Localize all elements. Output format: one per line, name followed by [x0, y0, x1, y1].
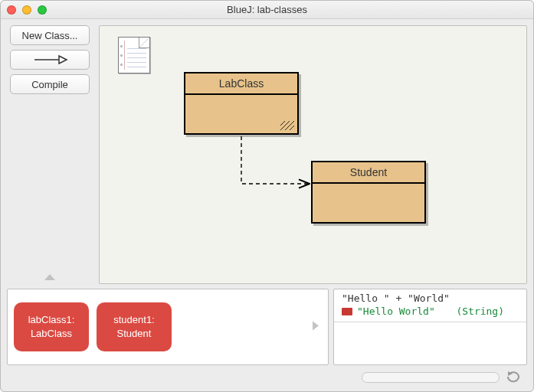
resize-handle-icon[interactable] [280, 121, 294, 130]
titlebar: BlueJ: lab-classes [1, 1, 533, 19]
readme-page-icon[interactable] [118, 37, 150, 74]
object-result-icon[interactable] [342, 308, 352, 315]
window-body: New Class... Compile [1, 19, 533, 391]
codepad-result-type: (String) [456, 305, 504, 317]
svg-marker-3 [313, 322, 319, 331]
codepad: "Hello " + "World" "Hello World" (String… [333, 289, 527, 365]
lower-pane: labClass1: LabClass student1: Student "H… [7, 289, 527, 365]
codepad-history-line[interactable]: "Hello " + "World" [334, 289, 526, 305]
codepad-input[interactable] [334, 325, 526, 364]
class-diagram-canvas[interactable]: LabClass Student [99, 25, 527, 284]
compile-button[interactable]: Compile [10, 74, 90, 94]
collapse-sidebar-icon[interactable] [43, 272, 57, 284]
object-instance-name: labClass1: [28, 313, 75, 327]
svg-marker-2 [44, 274, 55, 280]
svg-marker-1 [59, 56, 67, 64]
repeat-icon[interactable] [506, 371, 523, 385]
class-box-student[interactable]: Student [311, 161, 426, 224]
upper-pane: New Class... Compile [7, 25, 527, 284]
uses-arrow [100, 26, 526, 283]
close-window-button[interactable] [7, 5, 16, 15]
bench-scroll-right-icon[interactable] [311, 320, 320, 335]
minimize-window-button[interactable] [22, 5, 31, 15]
zoom-window-button[interactable] [38, 5, 47, 15]
codepad-divider [334, 322, 526, 322]
codepad-result-line[interactable]: "Hello World" (String) [334, 305, 526, 318]
window-title: BlueJ: lab-classes [1, 4, 533, 15]
app-window: BlueJ: lab-classes New Class... Compile [0, 0, 534, 392]
object-instance-class: LabClass [31, 327, 72, 341]
horizontal-scrollbar[interactable] [362, 372, 500, 383]
class-name-label: LabClass [185, 74, 297, 95]
codepad-result-value: "Hello World" [357, 305, 435, 317]
object-instance-student1[interactable]: student1: Student [97, 302, 172, 351]
arrow-right-icon [33, 54, 67, 65]
object-instance-labclass1[interactable]: labClass1: LabClass [14, 302, 89, 351]
sidebar: New Class... Compile [7, 25, 93, 284]
status-strip [7, 370, 527, 385]
class-name-label: Student [313, 162, 424, 184]
new-class-button[interactable]: New Class... [10, 25, 90, 45]
object-instance-class: Student [117, 327, 152, 341]
object-bench[interactable]: labClass1: LabClass student1: Student [7, 289, 329, 365]
class-box-labclass[interactable]: LabClass [184, 72, 299, 135]
inheritance-arrow-button[interactable] [10, 50, 90, 70]
object-instance-name: student1: [113, 313, 155, 327]
window-controls [7, 5, 47, 15]
